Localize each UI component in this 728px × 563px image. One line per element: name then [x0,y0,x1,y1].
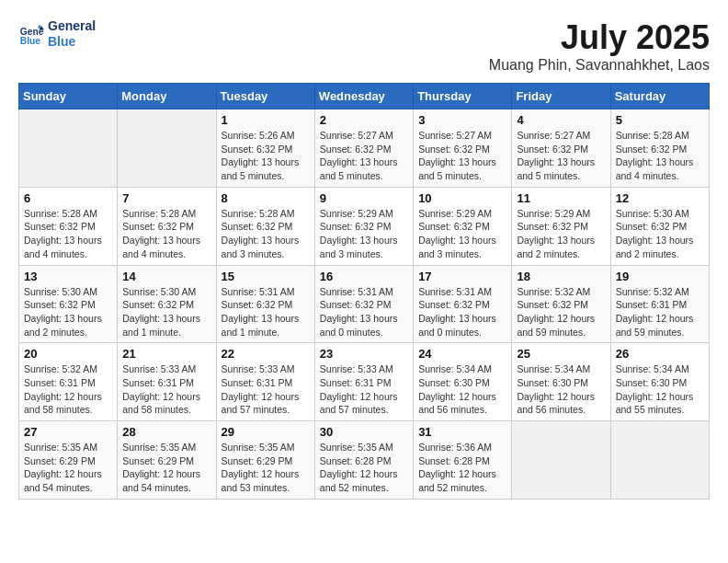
day-info: Sunrise: 5:35 AM Sunset: 6:28 PM Dayligh… [320,441,408,495]
calendar-cell: 16Sunrise: 5:31 AM Sunset: 6:32 PM Dayli… [314,265,413,343]
calendar-cell: 28Sunrise: 5:35 AM Sunset: 6:29 PM Dayli… [118,421,216,500]
day-number: 6 [24,191,112,205]
day-number: 24 [418,347,506,361]
calendar-cell: 11Sunrise: 5:29 AM Sunset: 6:32 PM Dayli… [512,187,610,265]
calendar-cell: 3Sunrise: 5:27 AM Sunset: 6:32 PM Daylig… [414,109,512,188]
day-info: Sunrise: 5:29 AM Sunset: 6:32 PM Dayligh… [517,207,605,261]
day-info: Sunrise: 5:26 AM Sunset: 6:32 PM Dayligh… [222,129,310,183]
day-number: 19 [616,270,704,283]
day-info: Sunrise: 5:32 AM Sunset: 6:31 PM Dayligh… [24,362,112,417]
day-info: Sunrise: 5:33 AM Sunset: 6:31 PM Dayligh… [222,362,310,417]
calendar-cell: 23Sunrise: 5:33 AM Sunset: 6:31 PM Dayli… [314,343,413,421]
calendar-week-row: 1Sunrise: 5:26 AM Sunset: 6:32 PM Daylig… [19,109,710,188]
weekday-header: Wednesday [314,84,413,109]
logo-text-general: General [48,18,96,34]
day-info: Sunrise: 5:28 AM Sunset: 6:32 PM Dayligh… [122,207,210,261]
logo: General Blue General Blue [18,18,96,50]
day-number: 8 [222,191,310,205]
calendar-cell: 15Sunrise: 5:31 AM Sunset: 6:32 PM Dayli… [216,265,314,343]
day-info: Sunrise: 5:30 AM Sunset: 6:32 PM Dayligh… [122,285,210,339]
day-number: 31 [418,425,506,439]
day-number: 29 [222,425,310,439]
logo-icon: General Blue [18,21,44,47]
day-info: Sunrise: 5:31 AM Sunset: 6:32 PM Dayligh… [222,285,310,339]
day-number: 20 [24,347,112,361]
calendar-cell: 29Sunrise: 5:35 AM Sunset: 6:29 PM Dayli… [216,421,314,500]
calendar-cell: 1Sunrise: 5:26 AM Sunset: 6:32 PM Daylig… [216,109,314,188]
day-number: 30 [320,425,408,439]
day-number: 25 [517,347,605,361]
calendar-cell: 7Sunrise: 5:28 AM Sunset: 6:32 PM Daylig… [118,187,216,265]
calendar-cell: 4Sunrise: 5:27 AM Sunset: 6:32 PM Daylig… [512,109,610,188]
calendar-cell: 27Sunrise: 5:35 AM Sunset: 6:29 PM Dayli… [19,421,118,500]
day-info: Sunrise: 5:34 AM Sunset: 6:30 PM Dayligh… [616,362,704,417]
weekday-header: Saturday [610,84,709,109]
day-info: Sunrise: 5:34 AM Sunset: 6:30 PM Dayligh… [418,362,506,417]
calendar-cell: 21Sunrise: 5:33 AM Sunset: 6:31 PM Dayli… [118,343,216,421]
day-number: 12 [616,191,704,205]
page-header: General Blue General Blue July 2025 Muan… [18,18,710,74]
day-info: Sunrise: 5:28 AM Sunset: 6:32 PM Dayligh… [222,207,310,261]
calendar-week-row: 6Sunrise: 5:28 AM Sunset: 6:32 PM Daylig… [19,187,710,265]
calendar-cell [610,421,709,500]
day-number: 1 [222,113,310,127]
day-info: Sunrise: 5:36 AM Sunset: 6:28 PM Dayligh… [418,441,506,495]
day-number: 28 [122,425,210,439]
day-info: Sunrise: 5:30 AM Sunset: 6:32 PM Dayligh… [616,207,704,261]
day-number: 16 [320,270,408,283]
day-info: Sunrise: 5:29 AM Sunset: 6:32 PM Dayligh… [418,207,506,261]
day-info: Sunrise: 5:33 AM Sunset: 6:31 PM Dayligh… [122,362,210,417]
calendar-cell: 8Sunrise: 5:28 AM Sunset: 6:32 PM Daylig… [216,187,314,265]
calendar-cell: 10Sunrise: 5:29 AM Sunset: 6:32 PM Dayli… [414,187,512,265]
calendar-cell: 13Sunrise: 5:30 AM Sunset: 6:32 PM Dayli… [19,265,118,343]
day-info: Sunrise: 5:32 AM Sunset: 6:32 PM Dayligh… [517,285,605,339]
day-number: 4 [517,113,605,127]
day-number: 15 [222,270,310,283]
calendar-table: SundayMondayTuesdayWednesdayThursdayFrid… [18,83,710,500]
weekday-header: Thursday [414,84,512,109]
calendar-cell: 25Sunrise: 5:34 AM Sunset: 6:30 PM Dayli… [512,343,610,421]
day-number: 10 [418,191,506,205]
calendar-cell: 18Sunrise: 5:32 AM Sunset: 6:32 PM Dayli… [512,265,610,343]
location-title: Muang Phin, Savannahkhet, Laos [489,57,710,74]
weekday-header: Sunday [19,84,118,109]
calendar-cell: 5Sunrise: 5:28 AM Sunset: 6:32 PM Daylig… [610,109,709,188]
calendar-cell: 24Sunrise: 5:34 AM Sunset: 6:30 PM Dayli… [414,343,512,421]
day-info: Sunrise: 5:34 AM Sunset: 6:30 PM Dayligh… [517,362,605,417]
calendar-cell: 26Sunrise: 5:34 AM Sunset: 6:30 PM Dayli… [610,343,709,421]
calendar-header-row: SundayMondayTuesdayWednesdayThursdayFrid… [19,84,710,109]
title-area: July 2025 Muang Phin, Savannahkhet, Laos [489,18,710,74]
calendar-cell [19,109,118,188]
day-number: 22 [222,347,310,361]
calendar-cell: 6Sunrise: 5:28 AM Sunset: 6:32 PM Daylig… [19,187,118,265]
day-number: 9 [320,191,408,205]
weekday-header: Monday [118,84,216,109]
calendar-cell: 2Sunrise: 5:27 AM Sunset: 6:32 PM Daylig… [314,109,413,188]
calendar-week-row: 20Sunrise: 5:32 AM Sunset: 6:31 PM Dayli… [19,343,710,421]
weekday-header: Friday [512,84,610,109]
day-info: Sunrise: 5:27 AM Sunset: 6:32 PM Dayligh… [418,129,506,183]
calendar-cell: 14Sunrise: 5:30 AM Sunset: 6:32 PM Dayli… [118,265,216,343]
day-number: 2 [320,113,408,127]
calendar-cell: 30Sunrise: 5:35 AM Sunset: 6:28 PM Dayli… [314,421,413,500]
calendar-cell: 22Sunrise: 5:33 AM Sunset: 6:31 PM Dayli… [216,343,314,421]
day-info: Sunrise: 5:30 AM Sunset: 6:32 PM Dayligh… [24,285,112,339]
calendar-cell: 17Sunrise: 5:31 AM Sunset: 6:32 PM Dayli… [414,265,512,343]
day-number: 14 [122,270,210,283]
calendar-week-row: 27Sunrise: 5:35 AM Sunset: 6:29 PM Dayli… [19,421,710,500]
day-info: Sunrise: 5:31 AM Sunset: 6:32 PM Dayligh… [320,285,408,339]
day-info: Sunrise: 5:35 AM Sunset: 6:29 PM Dayligh… [24,441,112,495]
day-info: Sunrise: 5:35 AM Sunset: 6:29 PM Dayligh… [222,441,310,495]
day-number: 27 [24,425,112,439]
day-number: 18 [517,270,605,283]
day-info: Sunrise: 5:27 AM Sunset: 6:32 PM Dayligh… [517,129,605,183]
calendar-cell [118,109,216,188]
day-info: Sunrise: 5:27 AM Sunset: 6:32 PM Dayligh… [320,129,408,183]
day-info: Sunrise: 5:31 AM Sunset: 6:32 PM Dayligh… [418,285,506,339]
day-number: 17 [418,270,506,283]
day-number: 11 [517,191,605,205]
day-number: 3 [418,113,506,127]
calendar-cell: 20Sunrise: 5:32 AM Sunset: 6:31 PM Dayli… [19,343,118,421]
day-number: 21 [122,347,210,361]
day-info: Sunrise: 5:29 AM Sunset: 6:32 PM Dayligh… [320,207,408,261]
